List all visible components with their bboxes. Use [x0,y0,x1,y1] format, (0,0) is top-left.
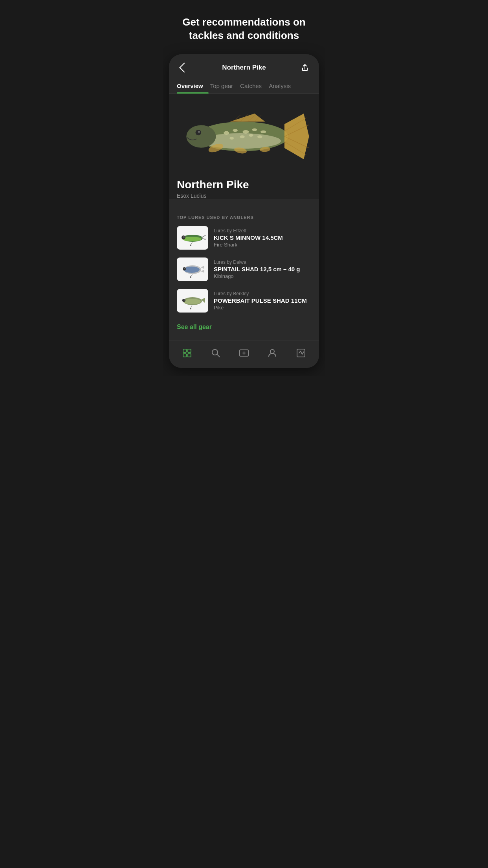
nav-home[interactable] [178,346,196,360]
tab-bar: Overview Top gear Catches Analysis [169,79,319,94]
lures-section: TOP LURES USED BY ANGLERS Lures [169,207,319,340]
nav-activity[interactable] [292,346,310,360]
lure-details-3: Lures by Berkley POWERBAIT PULSE SHAD 11… [214,291,311,311]
svg-point-16 [186,125,216,147]
promo-headline: Get recommendations on tackles and condi… [163,0,325,54]
svg-line-64 [301,351,302,354]
svg-rect-55 [188,354,191,357]
back-arrow-icon [179,63,189,72]
svg-marker-42 [201,270,204,273]
svg-rect-62 [297,349,305,357]
lure-image-1 [177,226,208,250]
svg-rect-52 [183,349,186,352]
tab-overview[interactable]: Overview [177,79,209,93]
svg-point-2 [224,131,229,135]
lure-variant-3: Pike [214,305,311,311]
lure-variant-1: Fire Shark [214,242,311,248]
svg-point-6 [261,131,266,133]
svg-rect-53 [188,349,191,352]
svg-rect-54 [183,354,186,357]
bottom-navigation [169,340,319,368]
lure-brand-3: Lures by Berkley [214,291,311,296]
svg-point-40 [184,268,185,269]
share-icon [301,63,309,72]
svg-marker-11 [284,114,309,159]
svg-line-50 [191,305,192,308]
svg-point-8 [240,135,245,138]
see-all-gear-button[interactable]: See all gear [177,322,212,332]
svg-marker-19 [230,114,265,122]
lure-details-1: Lures by Effzett KICK S MINNOW 14.5CM Fi… [214,228,311,248]
lure-image-2 [177,257,208,281]
svg-point-34 [204,239,206,240]
svg-point-51 [190,308,191,309]
svg-line-31 [202,236,205,237]
svg-point-10 [257,135,262,138]
svg-point-3 [233,129,238,132]
svg-point-44 [190,276,191,278]
tab-catches[interactable]: Catches [240,79,267,93]
nav-add-catch[interactable] [235,346,253,360]
nav-profile[interactable] [264,346,281,360]
lure-brand-2: Lures by Daiwa [214,259,311,265]
svg-point-48 [184,300,185,301]
fish-image-section [169,94,319,172]
svg-point-38 [184,267,200,273]
grid-icon [182,348,193,359]
tab-top-gear[interactable]: Top gear [210,79,238,93]
tab-analysis[interactable]: Analysis [269,79,296,93]
lures-section-title: TOP LURES USED BY ANGLERS [177,215,311,220]
svg-line-57 [217,354,220,357]
svg-point-7 [229,137,234,140]
svg-point-18 [198,131,200,133]
lure-3-illustration [179,292,206,309]
lure-image-3 [177,289,208,313]
page-title: Northern Pike [222,64,266,72]
lure-name-3: POWERBAIT PULSE SHAD 11CM [214,297,311,304]
lure-name-2: SPINTAIL SHAD 12,5 cm – 40 g [214,266,311,272]
lure-1-illustration [179,229,206,246]
lure-2-illustration [179,260,206,278]
svg-marker-41 [201,266,204,269]
svg-point-5 [252,128,257,131]
lure-brand-1: Lures by Effzett [214,228,311,234]
lure-variant-2: Kibinago [214,273,311,279]
lure-details-2: Lures by Daiwa SPINTAIL SHAD 12,5 cm – 4… [214,259,311,279]
search-icon [210,348,221,359]
svg-line-65 [302,352,304,354]
svg-line-43 [191,274,193,277]
fish-illustration [177,103,311,166]
profile-icon [267,348,278,359]
svg-point-33 [204,235,206,236]
svg-point-61 [270,349,274,353]
svg-point-46 [183,299,201,304]
svg-point-4 [242,130,249,134]
add-catch-icon [238,348,250,359]
lure-item[interactable]: Lures by Effzett KICK S MINNOW 14.5CM Fi… [177,226,311,250]
nav-search[interactable] [207,346,224,360]
fish-common-name: Northern Pike [177,178,311,191]
back-button[interactable] [177,61,189,74]
app-header: Northern Pike [169,54,319,79]
lure-item[interactable]: Lures by Daiwa SPINTAIL SHAD 12,5 cm – 4… [177,257,311,281]
share-button[interactable] [299,61,311,74]
fish-info: Northern Pike Esox Lucius [169,172,319,199]
svg-point-30 [183,236,185,238]
fish-latin-name: Esox Lucius [177,193,311,199]
svg-point-36 [190,245,191,246]
svg-point-9 [249,134,253,137]
lure-item[interactable]: Lures by Berkley POWERBAIT PULSE SHAD 11… [177,289,311,313]
lure-name-1: KICK S MINNOW 14.5CM [214,234,311,241]
phone-frame: Northern Pike Overview Top gear Catches … [169,54,319,368]
activity-icon [295,348,306,359]
